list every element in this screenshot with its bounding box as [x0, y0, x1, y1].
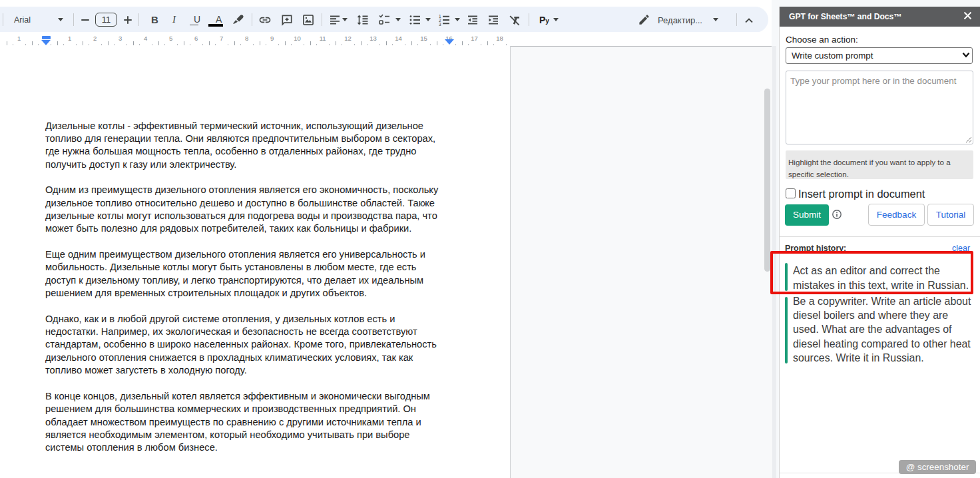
svg-text:3: 3 [439, 22, 441, 26]
